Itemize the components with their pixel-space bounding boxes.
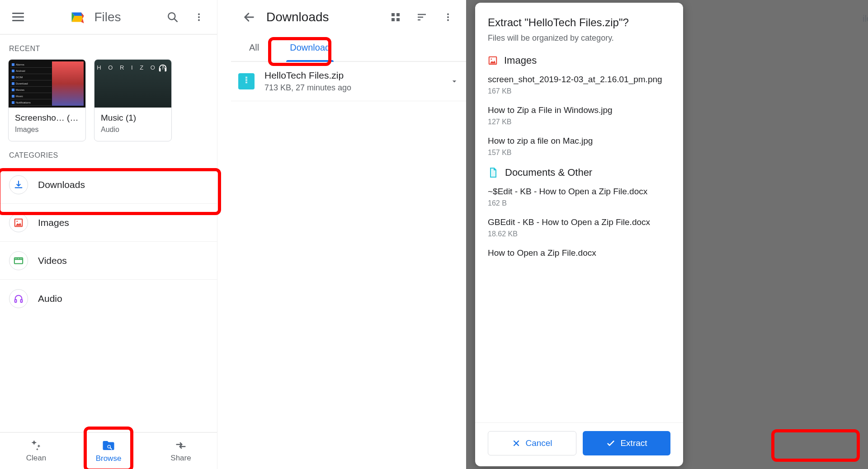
zip-file-icon	[238, 73, 255, 89]
nav-share[interactable]: Share	[145, 433, 217, 469]
thumbnail: AlarmsAndroidDCIMDownloadMoviesMusicNoti…	[9, 60, 85, 108]
extract-item: How to Zip a File in Windows.jpg127 KB	[488, 105, 670, 126]
sort-icon	[416, 12, 427, 23]
recent-card-music[interactable]: H O R I Z O N Music (1) Audio	[94, 59, 172, 141]
arrow-back-icon	[243, 11, 255, 23]
category-row-downloads[interactable]: Downloads	[0, 166, 217, 204]
thumbnail: H O R I Z O N	[94, 60, 171, 108]
svg-rect-16	[21, 258, 22, 259]
svg-point-7	[198, 16, 200, 18]
category-label: Audio	[38, 293, 62, 304]
nav-browse[interactable]: Browse	[72, 433, 145, 469]
tab-all[interactable]: All	[236, 34, 273, 61]
folder-search-icon	[102, 439, 115, 452]
item-name: How to Open a Zip File.docx	[488, 248, 670, 258]
doc-icon	[488, 167, 499, 178]
dialog-actions: Cancel Extract	[475, 422, 683, 455]
svg-rect-18	[21, 300, 23, 302]
item-size: 127 KB	[488, 118, 670, 126]
cancel-button[interactable]: Cancel	[488, 431, 576, 455]
tabs: All Download	[231, 34, 466, 62]
nav-label: Browse	[96, 454, 122, 463]
headphones-icon	[158, 63, 168, 73]
dialog-title: Extract "HelloTech Files.zip"?	[488, 16, 670, 29]
category-row-videos[interactable]: Videos	[0, 242, 217, 280]
svg-rect-33	[245, 77, 247, 78]
image-icon	[9, 213, 28, 232]
item-size: 18.62 KB	[488, 230, 670, 238]
more-vert-icon	[194, 12, 204, 22]
topbar: Files	[0, 0, 217, 34]
card-title: Screensho… (58)	[15, 113, 79, 123]
audio-icon	[9, 289, 28, 308]
extract-item: screen_shot_2019-12-03_at_2.16.01_pm.png…	[488, 75, 670, 95]
close-icon	[512, 439, 521, 448]
section-label: Images	[504, 55, 537, 66]
category-label: Images	[38, 217, 69, 228]
svg-point-6	[198, 13, 200, 15]
search-button[interactable]	[164, 8, 182, 26]
button-label: Cancel	[525, 438, 552, 448]
nav-label: Clean	[26, 454, 46, 463]
button-label: Extract	[620, 438, 647, 448]
svg-point-10	[16, 220, 18, 222]
back-button[interactable]	[240, 8, 258, 26]
extract-item: How to zip a file on Mac.jpg157 KB	[488, 136, 670, 157]
item-name: screen_shot_2019-12-03_at_2.16.01_pm.png	[488, 75, 670, 84]
item-name: How to zip a file on Mac.jpg	[488, 136, 670, 146]
category-row-audio[interactable]: Audio	[0, 280, 217, 318]
more-vert-icon	[443, 12, 453, 22]
more-button[interactable]	[190, 8, 208, 26]
background-text: ile	[863, 14, 868, 24]
extract-item: ~$Edit - KB - How to Open a Zip File.doc…	[488, 187, 670, 207]
categories-label: CATEGORIES	[0, 141, 217, 166]
section-label: Documents & Other	[505, 167, 592, 178]
card-title: Music (1)	[101, 113, 165, 123]
tab-download[interactable]: Download	[276, 34, 344, 61]
svg-point-8	[198, 19, 200, 21]
svg-rect-13	[16, 258, 17, 259]
category-label: Videos	[38, 255, 67, 266]
tab-label: Download	[290, 42, 330, 53]
extract-dialog-screen: Extract "HelloTech Files.zip"? Files wil…	[466, 0, 868, 469]
item-size: 162 B	[488, 199, 670, 207]
svg-rect-23	[396, 13, 400, 16]
recent-card-screenshots[interactable]: AlarmsAndroidDCIMDownloadMoviesMusicNoti…	[8, 59, 86, 141]
item-size: 167 KB	[488, 87, 670, 95]
section-head-images: Images	[488, 55, 670, 66]
file-row-zip[interactable]: HelloTech Files.zip 713 KB, 27 minutes a…	[231, 62, 466, 101]
svg-line-5	[174, 19, 177, 22]
grid-icon	[390, 12, 401, 23]
nav-label: Share	[170, 454, 191, 463]
sort-button[interactable]	[413, 8, 431, 26]
recent-label: RECENT	[0, 35, 217, 59]
sparkle-icon	[30, 439, 42, 452]
extract-button[interactable]: Extract	[583, 431, 670, 455]
item-name: ~$Edit - KB - How to Open a Zip File.doc…	[488, 187, 670, 197]
category-label: Downloads	[38, 179, 85, 190]
share-arrows-icon	[175, 439, 187, 452]
svg-point-31	[447, 19, 449, 21]
nav-clean[interactable]: Clean	[0, 433, 72, 469]
more-button[interactable]	[439, 8, 457, 26]
file-meta: 713 KB, 27 minutes ago	[264, 83, 440, 93]
menu-button[interactable]	[9, 8, 27, 26]
svg-rect-15	[19, 258, 20, 259]
recent-row: AlarmsAndroidDCIMDownloadMoviesMusicNoti…	[0, 59, 217, 141]
svg-rect-24	[392, 18, 395, 21]
chevron-down-icon[interactable]	[450, 77, 459, 86]
item-size: 157 KB	[488, 149, 670, 157]
svg-rect-14	[17, 258, 18, 259]
card-subtitle: Images	[15, 126, 79, 134]
section-head-documents-other: Documents & Other	[488, 167, 670, 178]
svg-rect-35	[245, 80, 247, 81]
check-icon	[606, 438, 616, 448]
grid-view-button[interactable]	[387, 8, 405, 26]
svg-rect-25	[396, 18, 400, 21]
svg-rect-34	[245, 79, 247, 80]
categories-list: DownloadsImagesVideosAudio	[0, 166, 217, 318]
files-logo-icon	[70, 9, 86, 25]
category-row-images[interactable]: Images	[0, 204, 217, 242]
svg-point-20	[108, 446, 110, 448]
downloads-screen: Downloads All Download HelloTech Files.z…	[231, 0, 466, 469]
